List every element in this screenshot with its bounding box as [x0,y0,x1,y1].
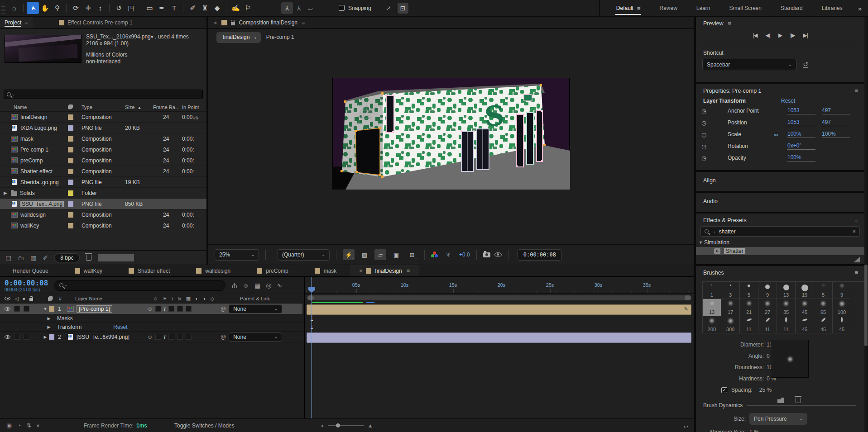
collapse-switch[interactable] [155,334,161,340]
current-time-display[interactable]: 0:00:00:08 [5,279,54,287]
brush-preset[interactable]: 45 [833,316,851,333]
zoom-out-icon[interactable]: ▲ [321,423,324,427]
shy-switch-icon[interactable]: ☺ [147,306,153,312]
spacing-value[interactable]: 25 % [759,387,772,393]
more-workspaces-icon[interactable]: » [858,5,862,12]
workspace-tab[interactable]: Libraries ≡ [817,0,847,16]
workspace-tab[interactable]: Learn ≡ [692,0,715,16]
preview-time-display[interactable]: 0:00:00:08 [518,249,562,261]
project-row[interactable]: Pre-comp 1 Composition 24 0:00: [0,144,206,155]
brush-preset[interactable]: 11 [740,316,758,333]
brush-preset[interactable]: 27 [758,299,777,316]
label-swatch[interactable] [68,212,73,218]
tool-button[interactable]: ↺ [113,2,125,14]
effects-category[interactable]: ▼ Simulation [699,239,864,246]
label-column-icon[interactable] [48,296,53,301]
tool-button[interactable]: ✛ [82,2,94,14]
column-name[interactable]: Name [0,104,68,110]
layer-name-edit-field[interactable]: [Pre-comp 1] [77,305,112,313]
layer-label-swatch[interactable] [49,306,54,312]
breadcrumb-active-comp[interactable]: finalDesign ‹ [216,32,261,43]
label-swatch[interactable] [68,147,73,152]
audio-panel[interactable]: Audio [696,193,864,212]
twirl-icon[interactable]: ▶ [4,190,8,195]
parent-dropdown[interactable]: None⌄ [229,304,282,313]
tool-button[interactable]: ◳ [125,2,137,14]
label-swatch[interactable] [68,125,73,131]
panel-menu-icon[interactable]: ≡ [854,217,858,223]
axis-mode-button[interactable]: ⅄ [281,2,293,14]
workspace-tab[interactable]: Small Screen ≡ [725,0,766,16]
tool-button[interactable]: ✍ [230,2,242,14]
right-scrollbar-track[interactable] [864,17,868,432]
axis-mode-button[interactable]: ⅄ [293,2,305,14]
close-panel-icon[interactable]: × [214,19,217,26]
project-row[interactable]: Shatter effect Composition 24 0:00: [0,166,206,177]
interpret-footage-icon[interactable]: ▤ [5,254,11,261]
property-value-x[interactable]: 100% [787,154,815,161]
timeline-option-icon[interactable]: ◎ [266,282,271,289]
new-folder-icon[interactable]: 🗀 [18,254,24,261]
brush-preset[interactable]: 45 [796,299,814,316]
label-swatch[interactable] [68,190,73,196]
video-column-icon[interactable] [5,297,10,300]
motion-blur-switch[interactable] [177,306,183,312]
show-channel-icon[interactable] [431,252,438,258]
parent-dropdown[interactable]: None⌄ [229,332,282,342]
label-swatch[interactable] [68,223,73,228]
modes-icon[interactable]: ◐ [37,422,40,429]
property-value-x[interactable]: 1053 [787,119,815,126]
layer-name-column[interactable]: Layer Name [75,296,153,301]
panel-menu-icon[interactable]: ≡ [728,20,731,27]
label-swatch[interactable] [68,136,73,142]
number-column[interactable]: # [59,296,75,301]
layer-row-1[interactable]: ▼ 1 [Pre-comp 1] ☺ / @ [0,304,302,314]
timeline-option-icon[interactable]: ☺ [243,282,249,289]
project-row[interactable]: mask Composition 24 0:00: [0,133,206,144]
switch-column-icon[interactable]: ◇ [210,296,214,302]
effect-item-shatter[interactable]: 8 Shatter [696,247,864,255]
stopwatch-icon[interactable]: ◷ [701,131,709,138]
new-composition-icon[interactable]: ▦ [30,254,36,261]
label-swatch[interactable] [68,169,73,174]
3d-switch[interactable] [186,334,192,340]
stopwatch-icon[interactable]: ◷ [701,155,709,161]
align-panel[interactable]: Align [696,172,864,191]
tool-button[interactable]: ♜ [199,2,211,14]
take-snapshot-icon[interactable] [483,252,490,257]
snap-region-icon[interactable]: ⊡ [398,3,408,14]
tool-button[interactable]: ✒ [156,2,168,14]
pen-pressure-dropdown[interactable]: Pen Pressure⌄ [749,413,807,425]
axis-mode-button[interactable]: ▱ [305,2,317,14]
project-search-input[interactable]: ⌄ [4,90,203,99]
label-swatch[interactable] [68,158,73,163]
brush-preset[interactable]: 45 [814,316,833,333]
close-tab-icon[interactable]: × [359,268,362,274]
project-bit-depth-button[interactable]: 8 bpc [54,253,79,262]
mask-visibility-icon[interactable]: ▣ [390,249,402,260]
brush-preset[interactable]: 5 [740,282,758,299]
workspace-tab[interactable]: Default ≡ [612,0,645,16]
project-row[interactable]: wallKey Composition 24 0:00: [0,220,206,231]
timeline-tab[interactable]: wallKey [62,265,116,276]
stopwatch-icon[interactable]: ◷ [701,108,709,114]
exposure-reset-icon[interactable]: ✳ [442,249,454,260]
solo-toggle[interactable] [24,306,29,312]
zoom-slider-thumb[interactable] [336,423,340,427]
column-type[interactable]: Type [82,104,125,110]
property-value-x[interactable]: 100% [787,131,815,138]
spacing-checkbox[interactable]: ✓ [721,387,727,393]
brush-preset[interactable]: 35 [777,299,796,316]
timeline-tab[interactable]: Shatter effect [116,265,183,276]
tool-button[interactable]: ◆ [211,2,223,14]
layer-twirl-icon[interactable]: ▼ [42,307,49,311]
clear-search-icon[interactable]: × [852,228,856,235]
parent-pickwhip-icon[interactable]: @ [221,306,226,312]
switch-column-icon[interactable]: ☺ [153,296,158,301]
label-swatch[interactable] [68,201,73,207]
switch-column-icon[interactable]: \ [172,296,173,301]
project-row[interactable]: preComp Composition 24 0:00: [0,155,206,166]
project-row[interactable]: finalDesign Composition 24 0:00: Ψ [0,112,206,123]
switch-column-icon[interactable]: fx [177,296,182,301]
panel-menu-icon[interactable]: ≡ [854,87,858,94]
